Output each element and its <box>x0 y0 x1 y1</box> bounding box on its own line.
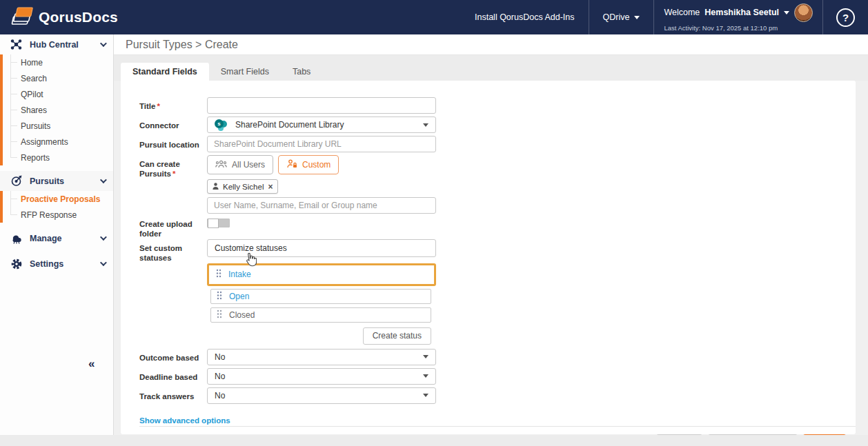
sidebar-section-manage[interactable]: Manage <box>0 228 113 248</box>
outcome-based-select[interactable]: No <box>207 349 436 365</box>
sidebar-section-hub-central[interactable]: Hub Central <box>0 34 113 54</box>
qdrive-label: QDrive <box>603 12 630 22</box>
top-navbar: QorusDocs Install QorusDocs Add-Ins QDri… <box>0 0 868 34</box>
help-button[interactable]: ? <box>822 0 868 34</box>
tab-tabs[interactable]: Tabs <box>281 63 322 81</box>
create-pursuit-type-form: Title* Connector s SharePoint Document L… <box>121 81 856 434</box>
connector-value: SharePoint Document Library <box>235 120 344 130</box>
connector-label: Connector <box>139 116 207 133</box>
sidebar-section-settings[interactable]: Settings <box>0 254 113 274</box>
qorusdocs-logo-icon <box>10 6 33 29</box>
install-addins-link[interactable]: Install QorusDocs Add-Ins <box>461 0 589 34</box>
qdrive-menu[interactable]: QDrive <box>589 0 654 34</box>
sidebar: Hub Central Home Search QPilot Shares Pu… <box>0 34 114 446</box>
user-menu[interactable]: Welcome Hemshikha Seetul Last Activity: … <box>653 0 822 34</box>
breadcrumb-bar: Pursuit Types > Create <box>114 34 868 55</box>
outcome-based-value: No <box>215 352 225 362</box>
tab-standard-fields[interactable]: Standard Fields <box>121 63 209 81</box>
all-users-button[interactable]: All Users <box>207 155 273 174</box>
status-item-intake-highlighted[interactable]: Intake <box>207 263 436 286</box>
create-status-button[interactable]: Create status <box>363 327 431 345</box>
sidebar-item-home[interactable]: Home <box>3 54 113 70</box>
sidebar-item-search[interactable]: Search <box>3 70 113 86</box>
person-icon <box>213 183 219 191</box>
sidebar-item-pursuits[interactable]: Pursuits <box>3 118 113 134</box>
sidebar-section-label: Manage <box>30 234 62 243</box>
tab-smart-fields[interactable]: Smart Fields <box>209 63 281 81</box>
help-icon: ? <box>836 8 855 27</box>
gear-icon <box>10 257 23 270</box>
sidebar-section-label: Pursuits <box>30 176 64 186</box>
user-avatar[interactable] <box>794 3 813 22</box>
sidebar-section-label: Settings <box>30 259 63 269</box>
show-advanced-options-link[interactable]: Show advanced options <box>139 416 230 425</box>
required-mark: * <box>157 102 159 110</box>
pursuit-location-label: Pursuit location <box>139 136 207 152</box>
users-group-icon <box>215 160 227 170</box>
chevron-down-icon <box>423 355 428 358</box>
sidebar-item-shares[interactable]: Shares <box>3 102 113 118</box>
track-answers-label: Track answers <box>139 387 207 404</box>
outcome-based-label: Outcome based <box>139 349 207 365</box>
connector-select[interactable]: s SharePoint Document Library <box>207 116 436 133</box>
create-upload-folder-label: Create upload folder <box>139 215 207 239</box>
custom-button[interactable]: Custom <box>278 155 339 174</box>
user-search-input[interactable] <box>207 197 436 214</box>
sidebar-item-proactive-proposals[interactable]: Proactive Proposals <box>3 191 113 207</box>
pursuit-location-input[interactable] <box>207 136 436 152</box>
deadline-based-value: No <box>215 372 225 381</box>
sidebar-item-reports[interactable]: Reports <box>3 150 113 165</box>
track-answers-select[interactable]: No <box>207 387 436 404</box>
can-create-pursuits-label: Can create Pursuits* <box>139 155 207 214</box>
custom-label: Custom <box>302 160 331 170</box>
chevron-down-icon <box>100 234 107 241</box>
required-mark: * <box>172 170 175 178</box>
chip-name: Kelly Sichel <box>223 183 264 191</box>
chevron-down-icon <box>100 40 107 47</box>
hub-central-items: Home Search QPilot Shares Pursuits Assig… <box>0 54 113 165</box>
status-name[interactable]: Closed <box>229 310 255 320</box>
status-item-open[interactable]: Open <box>210 289 431 304</box>
chevron-down-icon <box>423 394 428 397</box>
chevron-down-icon <box>100 259 107 266</box>
status-name[interactable]: Intake <box>228 270 251 279</box>
sharepoint-icon: s <box>215 119 227 130</box>
chevron-down-icon <box>634 16 640 19</box>
title-label: Title* <box>139 97 207 114</box>
hub-central-icon <box>10 38 23 51</box>
welcome-label: Welcome <box>664 8 700 17</box>
close-icon[interactable]: × <box>268 182 273 192</box>
chevron-down-icon <box>100 176 107 183</box>
tab-strip: Standard Fields Smart Fields Tabs <box>114 55 868 81</box>
title-input[interactable] <box>207 97 436 114</box>
drag-handle-icon[interactable] <box>216 269 221 280</box>
drag-handle-icon[interactable] <box>217 310 222 321</box>
deadline-based-label: Deadline based <box>139 368 207 385</box>
user-lock-icon <box>286 159 297 170</box>
all-users-label: All Users <box>232 160 265 170</box>
sidebar-section-label: Hub Central <box>30 40 79 50</box>
status-name[interactable]: Open <box>229 292 249 301</box>
brand-name: QorusDocs <box>39 9 118 26</box>
sidebar-collapse-button[interactable]: « <box>88 357 95 371</box>
chevron-down-icon <box>423 123 428 127</box>
set-custom-statuses-label: Set custom statuses <box>139 239 207 345</box>
user-name: Hemshikha Seetul <box>704 8 779 17</box>
chevron-down-icon <box>784 11 789 14</box>
app-logo[interactable]: QorusDocs <box>0 6 118 29</box>
sidebar-item-assignments[interactable]: Assignments <box>3 134 113 150</box>
create-upload-folder-toggle[interactable] <box>207 219 230 227</box>
page-bottom-gutter <box>0 435 868 446</box>
customize-statuses-header: Customize statuses <box>207 239 436 257</box>
sidebar-item-rfp-response[interactable]: RFP Response <box>3 207 113 223</box>
status-item-closed[interactable]: Closed <box>210 307 431 323</box>
target-icon <box>10 174 23 187</box>
pursuits-items: Proactive Proposals RFP Response <box>0 191 113 223</box>
breadcrumb: Pursuit Types > Create <box>126 39 238 51</box>
deadline-based-select[interactable]: No <box>207 368 436 385</box>
drag-handle-icon[interactable] <box>217 291 222 302</box>
chevron-down-icon <box>423 374 428 378</box>
user-chip-kelly-sichel[interactable]: Kelly Sichel × <box>207 179 278 194</box>
sidebar-item-qpilot[interactable]: QPilot <box>3 86 113 102</box>
sidebar-section-pursuits[interactable]: Pursuits <box>0 171 113 191</box>
